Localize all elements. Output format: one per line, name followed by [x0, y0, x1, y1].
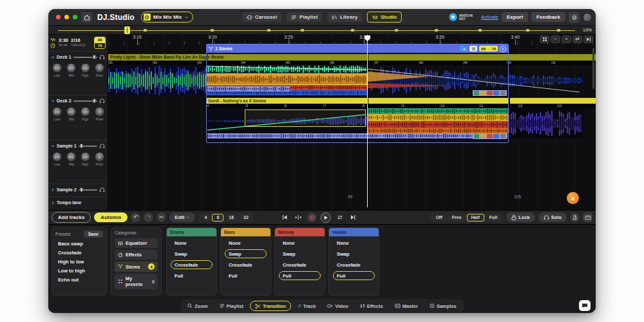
filter-knob[interactable]: 0: [95, 152, 104, 162]
stem-option[interactable]: Crossfade: [279, 260, 321, 269]
record-button[interactable]: [307, 213, 317, 222]
bpm-transition-chip[interactable]: 88 → 78: [479, 46, 498, 52]
beat-option[interactable]: 8: [212, 214, 223, 222]
mix-mode-option[interactable]: Off: [431, 214, 447, 222]
headphones-icon[interactable]: [99, 98, 105, 104]
vocal-stem-strip[interactable]: [207, 133, 507, 138]
tab-video[interactable]: Video: [322, 301, 353, 311]
tab-effects[interactable]: Effects: [355, 301, 388, 311]
home-button[interactable]: [81, 12, 92, 23]
stem-option[interactable]: Full: [171, 271, 213, 280]
loop-button[interactable]: [335, 213, 345, 222]
preset-item[interactable]: Echo out: [52, 275, 106, 284]
stem-option[interactable]: None: [225, 238, 267, 247]
drums-stem-icon[interactable]: [474, 134, 480, 138]
skip-start-button[interactable]: [280, 213, 290, 222]
track1-waveform[interactable]: [108, 65, 583, 96]
stem-option[interactable]: Full: [225, 271, 267, 280]
deck-volume-slider[interactable]: [79, 144, 97, 149]
beat-option[interactable]: 4: [200, 214, 211, 222]
track1-stem-toggles[interactable]: [473, 90, 507, 96]
metronome-button[interactable]: [570, 213, 580, 222]
tab-master[interactable]: Master: [390, 301, 423, 311]
maximize-window-button[interactable]: [73, 15, 77, 19]
locate-playhead-button[interactable]: [294, 213, 303, 222]
vocals-stem-icon[interactable]: [493, 134, 499, 138]
play-button[interactable]: [321, 213, 331, 223]
stem-option[interactable]: Full: [279, 271, 321, 280]
expand-chevron-icon[interactable]: [51, 188, 55, 192]
stem-option[interactable]: Crossfade: [225, 260, 267, 269]
beat-option[interactable]: 32: [239, 214, 253, 222]
collapse-chevron-icon[interactable]: [51, 99, 55, 103]
tab-zoom[interactable]: Zoom: [182, 301, 213, 311]
automix-button[interactable]: Automix: [94, 213, 128, 222]
add-tracks-button[interactable]: Add tracks: [52, 212, 91, 223]
headphones-icon[interactable]: [99, 54, 105, 60]
preset-item[interactable]: Bass swap: [52, 239, 106, 248]
bpm-indicator[interactable]: 88 78: [94, 37, 106, 49]
lock-button[interactable]: Lock: [506, 213, 535, 222]
stem-option[interactable]: Full: [333, 271, 375, 280]
back-button[interactable]: ◂: [460, 46, 468, 52]
cut-button[interactable]: ✂: [156, 213, 166, 222]
playhead[interactable]: [367, 35, 368, 207]
arrangement-canvas[interactable]: 3:15 3:20 3:25 3:30 3:35 3:40 − + ⇄ Pret…: [108, 35, 596, 210]
eq-knob[interactable]: 0.0: [66, 152, 76, 162]
timeline-minimap[interactable]: 14%: [48, 26, 596, 35]
eq-knob[interactable]: 0.0: [66, 63, 76, 73]
deck-volume-slider[interactable]: [79, 187, 97, 193]
nav-studio[interactable]: Studio: [367, 12, 402, 23]
fit-view-button[interactable]: ⇄: [573, 35, 582, 43]
nav-library[interactable]: Library: [327, 12, 362, 22]
stem-option[interactable]: Swap: [171, 249, 213, 258]
mix-mode-option[interactable]: Free: [448, 214, 466, 222]
track2-waveform[interactable]: [108, 108, 583, 138]
zoom-in-button[interactable]: +: [562, 35, 571, 43]
vocal-stem-strip[interactable]: [207, 86, 290, 91]
eq-knob[interactable]: 0.0: [52, 152, 62, 162]
filter-knob[interactable]: 0: [95, 107, 104, 117]
preset-item[interactable]: Low to high: [52, 266, 106, 275]
filter-knob[interactable]: 0: [95, 63, 104, 73]
melody-stem-icon[interactable]: [487, 134, 493, 138]
preset-item[interactable]: Crossfade: [52, 248, 106, 257]
bass-stem-icon[interactable]: [480, 134, 486, 138]
preset-item[interactable]: High to low: [52, 257, 106, 266]
eq-knob[interactable]: 0.0: [80, 152, 90, 162]
track1-title-bar[interactable]: Pretty Lights - Steve Miller Band Fly Li…: [108, 54, 596, 61]
vertical-scrollbar[interactable]: [592, 48, 594, 89]
stem-option[interactable]: Swap: [333, 249, 375, 258]
category-stems[interactable]: Stems 4: [115, 261, 158, 272]
time-ruler[interactable]: 3:15 3:20 3:25 3:30 3:35 3:40: [108, 35, 596, 45]
drums-stem-icon[interactable]: [474, 91, 480, 95]
undo-button[interactable]: ↶: [131, 213, 140, 222]
stems-overlay-header[interactable]: 1 Stems ◂ 88 → 78 ✕: [207, 44, 508, 53]
solo-button[interactable]: Solo: [538, 213, 567, 222]
category-my-presets[interactable]: My presets 0: [115, 274, 158, 289]
headphones-icon[interactable]: [99, 143, 105, 149]
collapse-chevron-icon[interactable]: [51, 144, 55, 148]
go-to-end-button[interactable]: [583, 35, 593, 43]
stem-option[interactable]: Swap: [225, 249, 267, 258]
collapse-chevron-icon[interactable]: [51, 55, 55, 59]
tab-transition[interactable]: Transition: [250, 301, 291, 311]
stem-option[interactable]: None: [333, 238, 375, 247]
zoom-out-button[interactable]: −: [551, 35, 560, 43]
minimize-window-button[interactable]: [64, 15, 69, 19]
keyboard-button[interactable]: [583, 213, 592, 222]
beat-option[interactable]: 16: [224, 214, 238, 222]
deck-volume-slider[interactable]: [73, 99, 97, 104]
transition-selection-box[interactable]: [245, 109, 366, 127]
tab-track[interactable]: ♫ Track: [292, 301, 321, 311]
edit-dropdown[interactable]: Edit: [169, 213, 195, 222]
layout-button[interactable]: [469, 46, 477, 52]
chat-support-button[interactable]: [579, 300, 591, 311]
mix-mode-option[interactable]: Half: [467, 214, 484, 222]
expand-chevron-icon[interactable]: [51, 201, 55, 205]
stem-settings-icon[interactable]: [500, 91, 506, 95]
eq-knob[interactable]: 0.0: [52, 107, 62, 117]
settings-button[interactable]: [569, 12, 580, 23]
export-button[interactable]: Export: [502, 12, 528, 22]
eq-knob[interactable]: 0.0: [80, 107, 90, 117]
